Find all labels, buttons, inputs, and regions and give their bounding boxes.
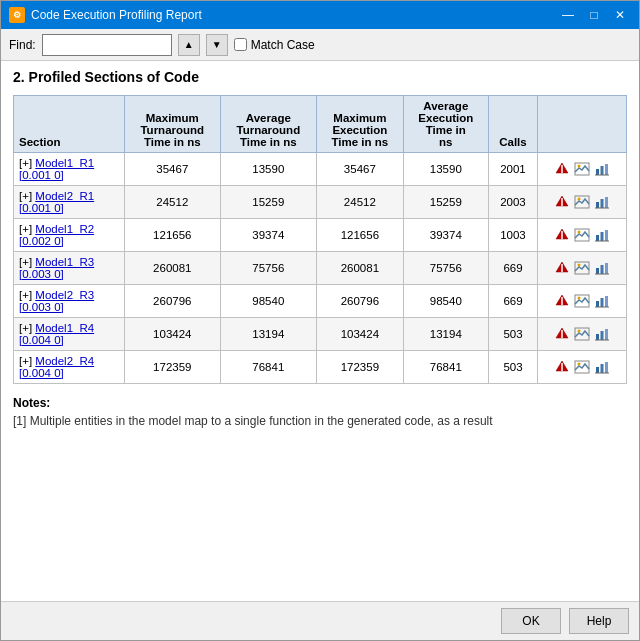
- row-prefix: [+]: [19, 256, 35, 268]
- icons-cell: [538, 318, 627, 351]
- image-icon[interactable]: [573, 226, 591, 244]
- window-icon: ⚙: [9, 7, 25, 23]
- plot-icon[interactable]: [553, 259, 571, 277]
- bar-chart-icon[interactable]: [593, 259, 611, 277]
- image-icon[interactable]: [573, 292, 591, 310]
- table-row: [+] Model1_R4[0.004 0]103424131941034241…: [14, 318, 627, 351]
- icons-cell: [538, 186, 627, 219]
- data-cell-avgExecution: 76841: [403, 351, 488, 384]
- svg-rect-45: [605, 296, 608, 307]
- find-prev-button[interactable]: ▲: [178, 34, 200, 56]
- svg-point-6: [578, 165, 581, 168]
- svg-point-60: [578, 363, 581, 366]
- svg-point-22: [561, 237, 563, 239]
- plot-icon[interactable]: [553, 325, 571, 343]
- svg-rect-36: [605, 263, 608, 274]
- data-cell-maxTurnaround: 172359: [124, 351, 220, 384]
- window-title: Code Execution Profiling Report: [31, 8, 557, 22]
- image-icon[interactable]: [573, 259, 591, 277]
- footer: OK Help: [1, 601, 639, 640]
- col-avg-execution: AverageExecutionTime inns: [403, 96, 488, 153]
- icons-cell: [538, 351, 627, 384]
- svg-rect-43: [596, 301, 599, 307]
- profiling-table: Section MaximumTurnaroundTime in ns Aver…: [13, 95, 627, 384]
- row-prefix: [+]: [19, 190, 35, 202]
- content-area[interactable]: 2. Profiled Sections of Code Section Max…: [1, 61, 639, 601]
- icons-cell: [538, 285, 627, 318]
- svg-point-15: [578, 198, 581, 201]
- col-avg-turnaround: AverageTurnaroundTime in ns: [220, 96, 316, 153]
- data-cell-calls: 503: [488, 351, 538, 384]
- data-cell-maxExecution: 172359: [316, 351, 403, 384]
- icons-cell: [538, 219, 627, 252]
- col-actions: [538, 96, 627, 153]
- svg-point-49: [561, 336, 563, 338]
- bar-chart-icon[interactable]: [593, 160, 611, 178]
- data-cell-avgExecution: 75756: [403, 252, 488, 285]
- bar-chart-icon[interactable]: [593, 358, 611, 376]
- data-cell-avgExecution: 15259: [403, 186, 488, 219]
- find-next-button[interactable]: ▼: [206, 34, 228, 56]
- close-button[interactable]: ✕: [609, 5, 631, 25]
- plot-icon[interactable]: [553, 160, 571, 178]
- toolbar: Find: ▲ ▼ Match Case: [1, 29, 639, 61]
- data-cell-avgTurnaround: 15259: [220, 186, 316, 219]
- minimize-button[interactable]: —: [557, 5, 579, 25]
- icons-cell: [538, 252, 627, 285]
- content-inner: 2. Profiled Sections of Code Section Max…: [1, 61, 639, 436]
- table-row: [+] Model2_R4[0.004 0]172359768411723597…: [14, 351, 627, 384]
- plot-icon[interactable]: [553, 226, 571, 244]
- svg-rect-53: [601, 331, 604, 340]
- image-icon[interactable]: [573, 160, 591, 178]
- bar-chart-icon[interactable]: [593, 193, 611, 211]
- svg-rect-44: [601, 298, 604, 307]
- image-icon[interactable]: [573, 193, 591, 211]
- data-cell-avgExecution: 98540: [403, 285, 488, 318]
- svg-rect-61: [596, 367, 599, 373]
- find-input[interactable]: [42, 34, 172, 56]
- svg-point-51: [578, 330, 581, 333]
- section-cell: [+] Model1_R4[0.004 0]: [14, 318, 125, 351]
- maximize-button[interactable]: □: [583, 5, 605, 25]
- bar-chart-icon[interactable]: [593, 292, 611, 310]
- title-buttons: — □ ✕: [557, 5, 631, 25]
- data-cell-avgTurnaround: 76841: [220, 351, 316, 384]
- data-cell-calls: 503: [488, 318, 538, 351]
- match-case-checkbox[interactable]: [234, 38, 247, 51]
- plot-icon[interactable]: [553, 193, 571, 211]
- data-cell-calls: 669: [488, 285, 538, 318]
- svg-rect-7: [596, 169, 599, 175]
- svg-point-42: [578, 297, 581, 300]
- table-row: [+] Model2_R1[0.001 0]245121525924512152…: [14, 186, 627, 219]
- image-icon[interactable]: [573, 325, 591, 343]
- bar-chart-icon[interactable]: [593, 325, 611, 343]
- image-icon[interactable]: [573, 358, 591, 376]
- page-heading: 2. Profiled Sections of Code: [13, 69, 627, 85]
- bar-chart-icon[interactable]: [593, 226, 611, 244]
- col-max-execution: MaximumExecutionTime in ns: [316, 96, 403, 153]
- help-button[interactable]: Help: [569, 608, 629, 634]
- col-section: Section: [14, 96, 125, 153]
- svg-rect-63: [605, 362, 608, 373]
- data-cell-calls: 2001: [488, 153, 538, 186]
- data-cell-calls: 669: [488, 252, 538, 285]
- data-cell-avgTurnaround: 39374: [220, 219, 316, 252]
- svg-rect-16: [596, 202, 599, 208]
- col-calls: Calls: [488, 96, 538, 153]
- section-cell: [+] Model2_R3[0.003 0]: [14, 285, 125, 318]
- table-row: [+] Model1_R2[0.002 0]121656393741216563…: [14, 219, 627, 252]
- section-cell: [+] Model1_R1[0.001 0]: [14, 153, 125, 186]
- data-cell-maxTurnaround: 24512: [124, 186, 220, 219]
- ok-button[interactable]: OK: [501, 608, 561, 634]
- icons-cell: [538, 153, 627, 186]
- row-prefix: [+]: [19, 223, 35, 235]
- plot-icon[interactable]: [553, 358, 571, 376]
- section-cell: [+] Model1_R3[0.003 0]: [14, 252, 125, 285]
- row-prefix: [+]: [19, 289, 35, 301]
- svg-rect-35: [601, 265, 604, 274]
- table-body: [+] Model1_R1[0.001 0]354671359035467135…: [14, 153, 627, 384]
- svg-rect-52: [596, 334, 599, 340]
- data-cell-maxTurnaround: 121656: [124, 219, 220, 252]
- plot-icon[interactable]: [553, 292, 571, 310]
- match-case-label[interactable]: Match Case: [234, 38, 315, 52]
